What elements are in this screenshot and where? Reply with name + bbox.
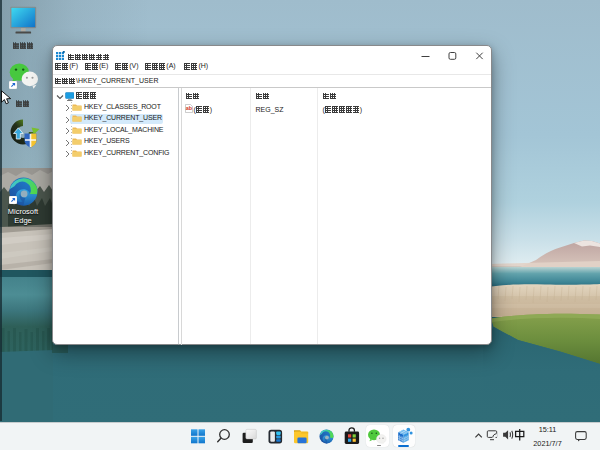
- svg-text:15:11: 15:11: [539, 425, 557, 434]
- svg-text:ab: ab: [185, 105, 192, 111]
- svg-text:2021/7/7: 2021/7/7: [533, 439, 561, 448]
